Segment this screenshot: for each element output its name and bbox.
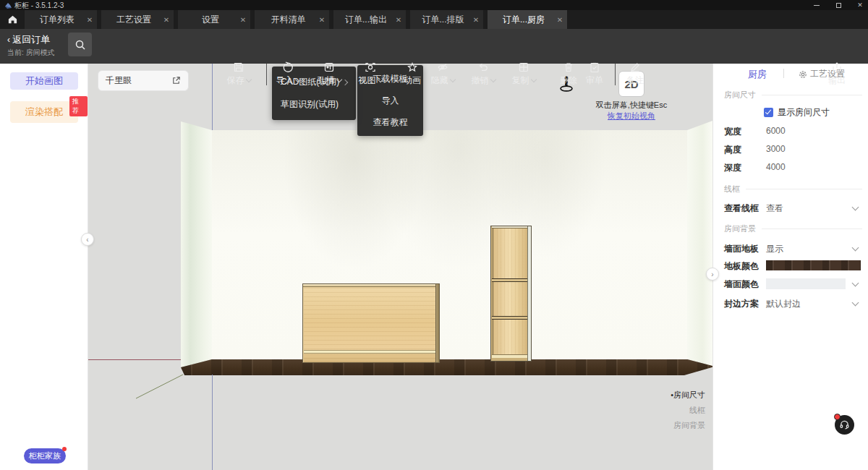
copy-button[interactable]: 复制 [506,61,541,87]
wall-floor-row: 墙面地板 显示 [724,243,862,255]
chevron-down-icon [245,76,251,82]
recommend-badge: 推荐 [69,96,88,116]
maximize-icon [836,3,841,8]
wide-cabinet[interactable] [302,283,440,363]
cabinet-top-edge [303,284,439,287]
external-link-icon[interactable] [171,76,181,85]
depth-value-field[interactable]: 4000 [766,162,786,172]
edge-banding-select[interactable]: 默认封边 [766,298,801,310]
width-row: 宽度 6000 [724,126,862,137]
menu-item-view-tutorial[interactable]: 查看教程 [357,111,423,133]
import-icon [282,61,294,73]
minimize-icon [814,5,820,6]
hide-button[interactable]: 隐藏 [425,61,460,87]
room-left-wall[interactable] [181,121,212,367]
section-room-size: 房间尺寸 [724,90,862,101]
notification-dot [834,414,841,420]
anchor-wireframe[interactable]: 线框 [671,403,705,418]
cabinet-base [304,354,435,362]
collapse-right-panel-button[interactable]: › [706,268,719,281]
tab-close-icon[interactable]: ✕ [315,16,329,24]
chevron-down-icon[interactable] [852,204,859,211]
copy-icon [518,61,529,73]
cabinet-bottom-highlight [304,350,435,354]
view-wireframe-select[interactable]: 查看 [766,202,783,215]
search-button[interactable] [68,33,92,56]
floor-color-swatch[interactable] [766,260,861,270]
review-order-button[interactable]: 审单 [579,61,610,87]
minimize-button[interactable] [809,0,825,10]
window-titlebar: 柜柜 - 3.5.1.2-3 ✕ [0,0,868,10]
menu-item-sketch-recognition[interactable]: 草图识别(试用) [272,93,356,116]
tab-close-icon[interactable]: ✕ [236,16,250,24]
cabinet-back-panel [304,288,435,350]
tab-close-icon[interactable]: ✕ [469,16,483,24]
show-room-size-checkbox[interactable] [764,108,773,117]
home-icon[interactable] [7,14,18,25]
chevron-down-icon[interactable] [852,280,859,287]
maximize-button[interactable] [830,0,846,10]
note-button[interactable]: 备注 [619,61,651,87]
tab-cutting-list[interactable]: 开料清单 ✕ [255,10,329,29]
output-button[interactable]: 输出 [820,61,854,87]
wall-color-swatch[interactable] [766,278,846,289]
room-back-wall[interactable] [212,130,687,359]
tab-order-list[interactable]: 订单列表 ✕ [25,10,97,29]
tab-order-kitchen[interactable]: 订单...厨房 ✕ [488,10,567,29]
current-mode-label: 当前: 房间模式 [7,48,55,58]
model-search-input[interactable]: 千里眼 [98,70,189,91]
show-room-size-row: 显示房间尺寸 [764,106,830,119]
edge-banding-row: 封边方案 默认封边 [724,298,862,309]
room-3d-canvas[interactable]: 千里眼 CAD图纸(试用) 草图识别(试用) 下载模板 导入 查看教程 2D 双… [88,64,712,470]
hole-slot-button[interactable]: 孔槽 [312,61,346,87]
gear-icon [799,70,807,79]
cabinet-left-stile [491,226,493,361]
close-button[interactable]: ✕ [852,0,868,10]
view-button[interactable]: 视图 [353,61,388,87]
search-icon [75,39,86,51]
menu-item-import[interactable]: 导入 [357,90,423,111]
section-room-background: 房间背景 [724,223,862,234]
headset-icon [839,419,850,430]
tall-cabinet[interactable] [490,226,532,362]
tab-close-icon[interactable]: ✕ [82,16,97,24]
chevron-down-icon [490,76,495,82]
tab-close-icon[interactable]: ✕ [391,16,406,24]
toolbar-divider [615,64,616,85]
tab-close-icon[interactable]: ✕ [553,16,567,24]
anchor-room-size[interactable]: •房间尺寸 [671,388,705,403]
height-value-field[interactable]: 3000 [766,144,786,154]
anchor-room-background[interactable]: 房间背景 [671,418,705,433]
chevron-down-icon [449,76,455,82]
start-drawing-button[interactable]: 开始画图 [10,72,78,90]
tab-order-output[interactable]: 订单...输出 ✕ [333,10,406,29]
depth-row: 深度 4000 [724,162,862,174]
render-match-button[interactable]: 渲染搭配 [10,101,78,123]
reset-view-link[interactable]: 恢复初始视角 [579,111,684,121]
width-value-field[interactable]: 6000 [766,126,786,136]
room-right-wall[interactable] [687,120,712,367]
tab-craft-settings[interactable]: 工艺设置 ✕ [101,10,174,29]
cabinet-side-edge [435,284,439,362]
import-button[interactable]: 导入 [271,61,305,87]
family-button[interactable]: 柜柜家族 [24,448,66,463]
undo-button[interactable]: 撤销 [466,61,501,87]
collapse-left-sidebar-button[interactable]: ‹ [81,233,94,246]
tab-close-icon[interactable]: ✕ [159,16,174,24]
close-icon: ✕ [857,1,863,9]
room-floor[interactable] [181,359,712,375]
back-to-order-button[interactable]: ‹ 返回订单 [7,33,50,46]
tab-settings[interactable]: 设置 ✕ [178,10,250,29]
save-button[interactable]: 保存 [221,61,256,87]
cabinet-bottom [492,354,527,361]
tab-order-layout[interactable]: 订单...排版 ✕ [410,10,483,29]
wall-floor-select[interactable]: 显示 [766,243,783,255]
customer-service-button[interactable] [835,415,854,435]
room-tab[interactable]: 厨房 [748,68,767,81]
chevron-down-icon[interactable] [852,244,859,252]
save-icon [233,61,244,73]
chevron-down-icon[interactable] [852,299,859,307]
section-wireframe: 线框 [724,184,862,195]
notification-dot [62,447,67,451]
animation-button[interactable]: 动画 [395,61,430,87]
